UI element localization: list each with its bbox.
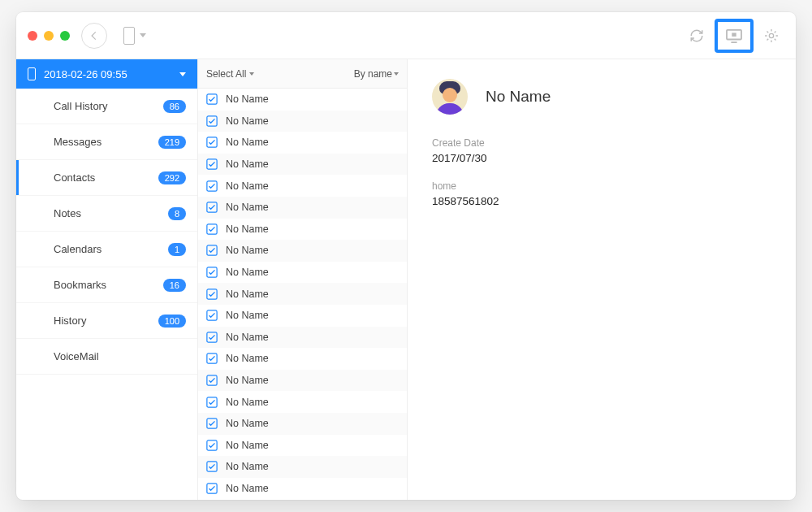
checkbox-icon[interactable] — [206, 310, 218, 321]
count-badge: 292 — [158, 171, 186, 184]
avatar — [432, 79, 468, 115]
list-item-label: No Name — [226, 461, 269, 472]
checkbox-icon[interactable] — [206, 115, 218, 127]
sidebar-item-calendars[interactable]: Calendars1 — [16, 232, 197, 267]
sidebar-item-call-history[interactable]: Call History86 — [16, 89, 197, 124]
sidebar-item-label: History — [54, 315, 86, 327]
app-window: 2018-02-26 09:55 Call History86Messages2… — [16, 12, 796, 500]
checkbox-icon[interactable] — [206, 332, 218, 343]
list-item[interactable]: No Name — [198, 132, 407, 154]
create-date-field: Create Date 2017/07/30 — [432, 137, 771, 164]
list-item[interactable]: No Name — [198, 391, 407, 413]
back-button[interactable] — [81, 23, 107, 49]
list-item-label: No Name — [226, 115, 269, 127]
phone-icon — [123, 27, 135, 45]
checkbox-icon[interactable] — [206, 137, 218, 148]
count-badge: 86 — [163, 100, 186, 113]
sidebar-item-label: VoiceMail — [54, 350, 99, 362]
chevron-down-icon — [140, 33, 146, 37]
chevron-down-icon — [249, 72, 254, 76]
list-item[interactable]: No Name — [198, 197, 407, 219]
phone-icon — [28, 67, 36, 80]
checkbox-icon[interactable] — [206, 202, 218, 213]
settings-button[interactable] — [758, 23, 784, 49]
list-item[interactable]: No Name — [198, 219, 407, 241]
svg-rect-1 — [732, 33, 736, 37]
checkbox-icon[interactable] — [206, 353, 218, 364]
sidebar-item-bookmarks[interactable]: Bookmarks16 — [16, 267, 197, 303]
count-badge: 100 — [158, 315, 186, 328]
checkbox-icon[interactable] — [206, 440, 218, 451]
contact-name: No Name — [486, 88, 551, 106]
checkbox-icon[interactable] — [206, 483, 218, 494]
list-item[interactable]: No Name — [198, 89, 407, 111]
list-item[interactable]: No Name — [198, 305, 407, 327]
list-item-label: No Name — [226, 397, 269, 408]
list-item-label: No Name — [226, 289, 269, 300]
sidebar-item-contacts[interactable]: Contacts292 — [16, 160, 197, 196]
checkbox-icon[interactable] — [206, 267, 218, 278]
zoom-window-button[interactable] — [60, 31, 70, 41]
sidebar-item-label: Messages — [54, 136, 102, 148]
checkbox-icon[interactable] — [206, 461, 218, 472]
list-item-label: No Name — [226, 483, 269, 494]
list-item-label: No Name — [226, 245, 269, 256]
titlebar — [16, 12, 796, 59]
list-item[interactable]: No Name — [198, 370, 407, 392]
list-item[interactable]: No Name — [198, 456, 407, 478]
sidebar-item-history[interactable]: History100 — [16, 303, 197, 339]
window-controls — [28, 31, 70, 41]
list-item[interactable]: No Name — [198, 413, 407, 435]
list-item[interactable]: No Name — [198, 478, 407, 500]
checkbox-icon[interactable] — [206, 93, 218, 105]
list-item-label: No Name — [226, 418, 269, 429]
select-all-toggle[interactable]: Select All — [206, 68, 254, 80]
phone-value: 18587561802 — [432, 195, 771, 207]
gear-icon — [763, 28, 780, 44]
device-selector[interactable] — [123, 27, 146, 45]
sidebar-item-messages[interactable]: Messages219 — [16, 124, 197, 160]
refresh-icon — [689, 28, 704, 43]
export-to-computer-button[interactable] — [715, 19, 754, 53]
list-item-label: No Name — [226, 310, 269, 321]
list-item[interactable]: No Name — [198, 240, 407, 262]
close-window-button[interactable] — [28, 31, 37, 41]
checkbox-icon[interactable] — [206, 180, 218, 192]
minimize-window-button[interactable] — [44, 31, 54, 41]
refresh-button[interactable] — [684, 23, 710, 49]
checkbox-icon[interactable] — [206, 289, 218, 300]
sort-label: By name — [354, 68, 392, 80]
checkbox-icon[interactable] — [206, 223, 218, 235]
backup-selector[interactable]: 2018-02-26 09:55 — [16, 59, 197, 89]
list-item-label: No Name — [226, 158, 269, 170]
sidebar-item-label: Contacts — [54, 171, 95, 184]
checkbox-icon[interactable] — [206, 375, 218, 386]
sidebar-item-label: Calendars — [54, 243, 102, 255]
phone-field: home 18587561802 — [432, 180, 771, 207]
list-item-label: No Name — [226, 332, 269, 343]
list-item-label: No Name — [226, 202, 269, 213]
list-item[interactable]: No Name — [198, 262, 407, 284]
count-badge: 16 — [163, 279, 186, 292]
list-item-label: No Name — [226, 180, 269, 192]
sort-toggle[interactable]: By name — [354, 68, 399, 80]
list-item[interactable]: No Name — [198, 327, 407, 349]
checkbox-icon[interactable] — [206, 418, 218, 429]
sidebar-item-label: Notes — [54, 207, 81, 219]
count-badge: 219 — [158, 136, 186, 149]
checkbox-icon[interactable] — [206, 397, 218, 408]
list-item[interactable]: No Name — [198, 175, 407, 197]
list-item[interactable]: No Name — [198, 283, 407, 305]
list-item[interactable]: No Name — [198, 111, 407, 132]
list-item-label: No Name — [226, 375, 269, 386]
list-item-label: No Name — [226, 440, 269, 451]
list-item[interactable]: No Name — [198, 348, 407, 370]
sidebar-item-voicemail[interactable]: VoiceMail — [16, 339, 197, 375]
list-item[interactable]: No Name — [198, 435, 407, 457]
list-item[interactable]: No Name — [198, 154, 407, 176]
checkbox-icon[interactable] — [206, 158, 218, 170]
chevron-down-icon — [179, 72, 186, 76]
detail-pane: No Name Create Date 2017/07/30 home 1858… — [408, 59, 796, 500]
sidebar-item-notes[interactable]: Notes8 — [16, 196, 197, 232]
checkbox-icon[interactable] — [206, 245, 218, 256]
